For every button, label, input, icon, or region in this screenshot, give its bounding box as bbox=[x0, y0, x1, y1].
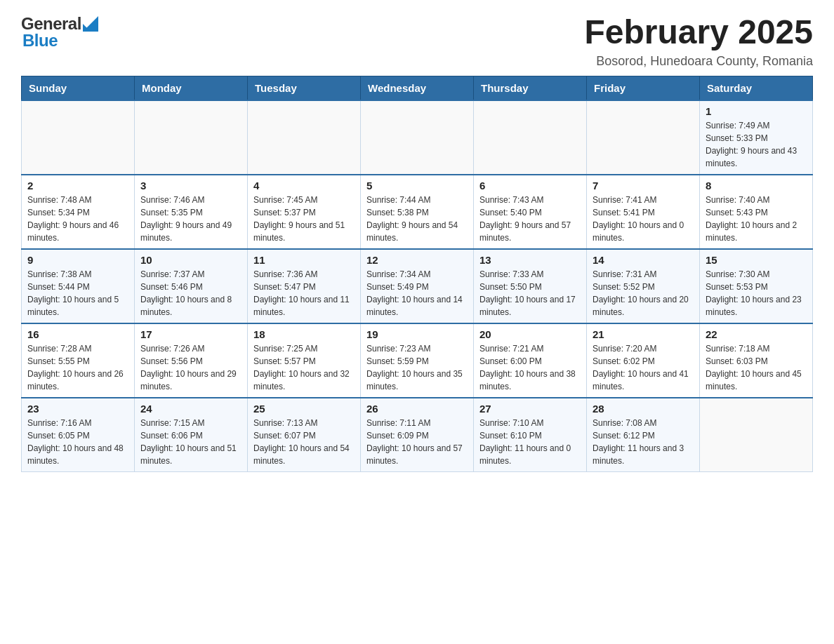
calendar-cell: 23Sunrise: 7:16 AMSunset: 6:05 PMDayligh… bbox=[22, 398, 135, 472]
calendar-cell: 9Sunrise: 7:38 AMSunset: 5:44 PMDaylight… bbox=[22, 249, 135, 323]
daylight-text: Daylight: 10 hours and 48 minutes. bbox=[27, 442, 128, 467]
day-number: 6 bbox=[479, 180, 581, 192]
calendar-cell: 6Sunrise: 7:43 AMSunset: 5:40 PMDaylight… bbox=[474, 175, 587, 249]
calendar-cell: 12Sunrise: 7:34 AMSunset: 5:49 PMDayligh… bbox=[361, 249, 474, 323]
sunrise-text: Sunrise: 7:48 AM bbox=[27, 194, 128, 206]
sunset-text: Sunset: 6:02 PM bbox=[593, 355, 694, 368]
day-info: Sunrise: 7:44 AMSunset: 5:38 PMDaylight:… bbox=[366, 194, 468, 244]
calendar-cell: 21Sunrise: 7:20 AMSunset: 6:02 PMDayligh… bbox=[587, 323, 700, 398]
calendar-cell: 15Sunrise: 7:30 AMSunset: 5:53 PMDayligh… bbox=[700, 249, 813, 323]
daylight-text: Daylight: 9 hours and 51 minutes. bbox=[253, 219, 355, 244]
sunset-text: Sunset: 5:53 PM bbox=[706, 281, 807, 293]
day-number: 17 bbox=[140, 328, 241, 340]
day-info: Sunrise: 7:41 AMSunset: 5:41 PMDaylight:… bbox=[593, 194, 694, 244]
header-friday: Friday bbox=[587, 76, 700, 100]
header-saturday: Saturday bbox=[700, 76, 813, 100]
calendar-cell: 8Sunrise: 7:40 AMSunset: 5:43 PMDaylight… bbox=[700, 175, 813, 249]
sunset-text: Sunset: 5:59 PM bbox=[366, 355, 468, 368]
sunset-text: Sunset: 6:06 PM bbox=[140, 429, 241, 442]
sunrise-text: Sunrise: 7:38 AM bbox=[27, 268, 128, 281]
day-number: 18 bbox=[253, 328, 355, 340]
day-info: Sunrise: 7:16 AMSunset: 6:05 PMDaylight:… bbox=[27, 417, 128, 467]
sunset-text: Sunset: 5:49 PM bbox=[366, 281, 468, 293]
sunrise-text: Sunrise: 7:43 AM bbox=[479, 194, 581, 206]
sunset-text: Sunset: 5:50 PM bbox=[479, 281, 581, 293]
daylight-text: Daylight: 10 hours and 32 minutes. bbox=[253, 368, 355, 393]
sunset-text: Sunset: 6:05 PM bbox=[27, 429, 128, 442]
day-info: Sunrise: 7:26 AMSunset: 5:56 PMDaylight:… bbox=[140, 342, 241, 393]
daylight-text: Daylight: 10 hours and 54 minutes. bbox=[253, 442, 355, 467]
daylight-text: Daylight: 10 hours and 51 minutes. bbox=[140, 442, 241, 467]
sunrise-text: Sunrise: 7:10 AM bbox=[479, 417, 581, 429]
sunset-text: Sunset: 6:07 PM bbox=[253, 429, 355, 442]
calendar-cell: 3Sunrise: 7:46 AMSunset: 5:35 PMDaylight… bbox=[135, 175, 248, 249]
day-info: Sunrise: 7:36 AMSunset: 5:47 PMDaylight:… bbox=[253, 268, 355, 318]
sunset-text: Sunset: 5:33 PM bbox=[706, 132, 807, 145]
day-info: Sunrise: 7:20 AMSunset: 6:02 PMDaylight:… bbox=[593, 342, 694, 393]
calendar-cell: 10Sunrise: 7:37 AMSunset: 5:46 PMDayligh… bbox=[135, 249, 248, 323]
header-wednesday: Wednesday bbox=[361, 76, 474, 100]
calendar-cell: 14Sunrise: 7:31 AMSunset: 5:52 PMDayligh… bbox=[587, 249, 700, 323]
sunset-text: Sunset: 6:00 PM bbox=[479, 355, 581, 368]
day-number: 2 bbox=[27, 180, 128, 192]
sunset-text: Sunset: 5:52 PM bbox=[593, 281, 694, 293]
sunset-text: Sunset: 5:35 PM bbox=[140, 206, 241, 219]
day-number: 22 bbox=[706, 328, 807, 340]
sunset-text: Sunset: 5:43 PM bbox=[706, 206, 807, 219]
sunrise-text: Sunrise: 7:23 AM bbox=[366, 342, 468, 355]
daylight-text: Daylight: 10 hours and 8 minutes. bbox=[140, 293, 241, 318]
sunrise-text: Sunrise: 7:11 AM bbox=[366, 417, 468, 429]
calendar-cell bbox=[361, 100, 474, 175]
calendar-cell bbox=[22, 100, 135, 175]
calendar-cell bbox=[700, 398, 813, 472]
daylight-text: Daylight: 10 hours and 26 minutes. bbox=[27, 368, 128, 393]
day-info: Sunrise: 7:30 AMSunset: 5:53 PMDaylight:… bbox=[706, 268, 807, 318]
sunrise-text: Sunrise: 7:20 AM bbox=[593, 342, 694, 355]
day-info: Sunrise: 7:08 AMSunset: 6:12 PMDaylight:… bbox=[593, 417, 694, 467]
day-info: Sunrise: 7:18 AMSunset: 6:03 PMDaylight:… bbox=[706, 342, 807, 393]
calendar-cell: 2Sunrise: 7:48 AMSunset: 5:34 PMDaylight… bbox=[22, 175, 135, 249]
calendar-cell bbox=[587, 100, 700, 175]
header-thursday: Thursday bbox=[474, 76, 587, 100]
header-sunday: Sunday bbox=[22, 76, 135, 100]
day-number: 1 bbox=[706, 105, 807, 117]
day-info: Sunrise: 7:45 AMSunset: 5:37 PMDaylight:… bbox=[253, 194, 355, 244]
calendar-cell: 24Sunrise: 7:15 AMSunset: 6:06 PMDayligh… bbox=[135, 398, 248, 472]
sunset-text: Sunset: 6:09 PM bbox=[366, 429, 468, 442]
calendar-cell: 18Sunrise: 7:25 AMSunset: 5:57 PMDayligh… bbox=[248, 323, 361, 398]
day-number: 11 bbox=[253, 254, 355, 266]
calendar-cell: 1Sunrise: 7:49 AMSunset: 5:33 PMDaylight… bbox=[700, 100, 813, 175]
calendar-table: Sunday Monday Tuesday Wednesday Thursday… bbox=[21, 76, 813, 472]
day-number: 15 bbox=[706, 254, 807, 266]
header-monday: Monday bbox=[135, 76, 248, 100]
sunset-text: Sunset: 5:57 PM bbox=[253, 355, 355, 368]
calendar-week-row: 2Sunrise: 7:48 AMSunset: 5:34 PMDaylight… bbox=[22, 175, 813, 249]
calendar-cell bbox=[135, 100, 248, 175]
day-info: Sunrise: 7:23 AMSunset: 5:59 PMDaylight:… bbox=[366, 342, 468, 393]
daylight-text: Daylight: 10 hours and 2 minutes. bbox=[706, 219, 807, 244]
day-info: Sunrise: 7:33 AMSunset: 5:50 PMDaylight:… bbox=[479, 268, 581, 318]
daylight-text: Daylight: 10 hours and 23 minutes. bbox=[706, 293, 807, 318]
calendar-cell: 25Sunrise: 7:13 AMSunset: 6:07 PMDayligh… bbox=[248, 398, 361, 472]
daylight-text: Daylight: 10 hours and 17 minutes. bbox=[479, 293, 581, 318]
calendar-week-row: 16Sunrise: 7:28 AMSunset: 5:55 PMDayligh… bbox=[22, 323, 813, 398]
day-info: Sunrise: 7:48 AMSunset: 5:34 PMDaylight:… bbox=[27, 194, 128, 244]
sunrise-text: Sunrise: 7:26 AM bbox=[140, 342, 241, 355]
calendar-week-row: 9Sunrise: 7:38 AMSunset: 5:44 PMDaylight… bbox=[22, 249, 813, 323]
day-number: 21 bbox=[593, 328, 694, 340]
day-number: 14 bbox=[593, 254, 694, 266]
sunrise-text: Sunrise: 7:18 AM bbox=[706, 342, 807, 355]
calendar-cell bbox=[248, 100, 361, 175]
daylight-text: Daylight: 10 hours and 35 minutes. bbox=[366, 368, 468, 393]
sunset-text: Sunset: 5:44 PM bbox=[27, 281, 128, 293]
daylight-text: Daylight: 10 hours and 5 minutes. bbox=[27, 293, 128, 318]
sunrise-text: Sunrise: 7:21 AM bbox=[479, 342, 581, 355]
sunset-text: Sunset: 6:10 PM bbox=[479, 429, 581, 442]
sunset-text: Sunset: 5:46 PM bbox=[140, 281, 241, 293]
daylight-text: Daylight: 10 hours and 11 minutes. bbox=[253, 293, 355, 318]
calendar-cell: 28Sunrise: 7:08 AMSunset: 6:12 PMDayligh… bbox=[587, 398, 700, 472]
calendar-cell: 19Sunrise: 7:23 AMSunset: 5:59 PMDayligh… bbox=[361, 323, 474, 398]
daylight-text: Daylight: 9 hours and 54 minutes. bbox=[366, 219, 468, 244]
calendar-cell: 16Sunrise: 7:28 AMSunset: 5:55 PMDayligh… bbox=[22, 323, 135, 398]
day-number: 4 bbox=[253, 180, 355, 192]
